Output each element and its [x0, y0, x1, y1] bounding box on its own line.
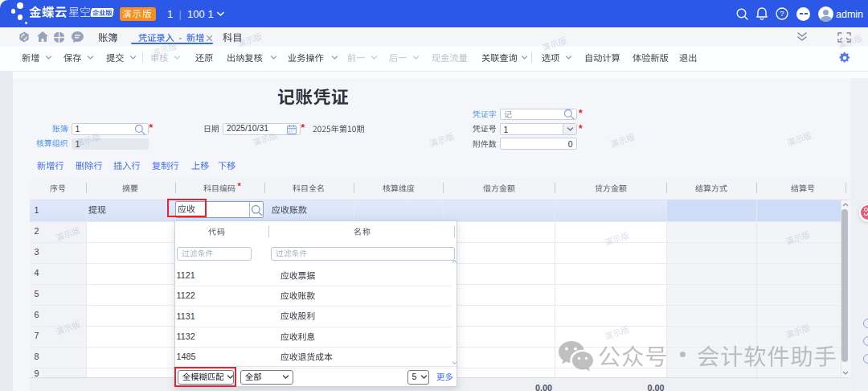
svg-text:?: ? [780, 9, 784, 18]
